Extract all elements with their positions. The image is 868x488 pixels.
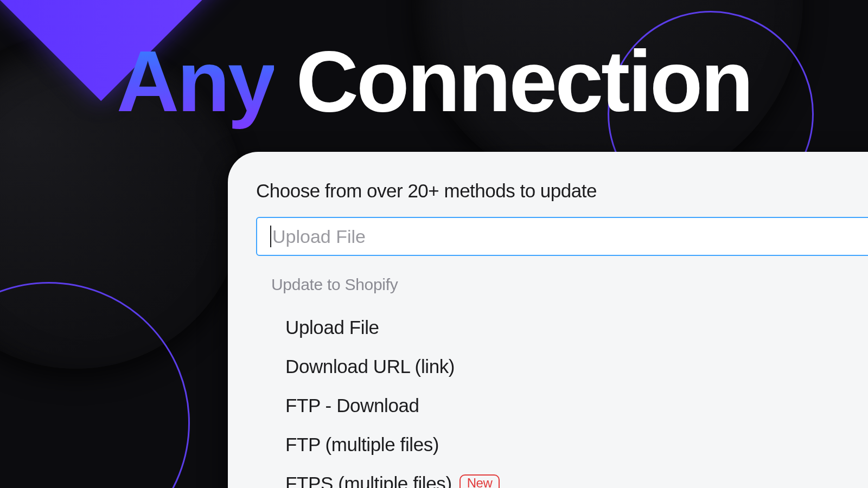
headline-word-any: Any [117, 33, 274, 130]
method-option-label: FTP (multiple files) [285, 434, 439, 455]
method-option-label: Download URL (link) [285, 356, 455, 377]
method-option-list: Upload File Download URL (link) FTP - Do… [256, 308, 868, 488]
promo-stage: Any Connection Choose from over 20+ meth… [0, 0, 868, 488]
headline-word-connection: Connection [296, 33, 751, 130]
method-option-label: Upload File [285, 317, 379, 338]
text-caret-icon [270, 226, 271, 247]
new-badge: New [459, 474, 500, 488]
method-option-ftp-download[interactable]: FTP - Download [256, 386, 868, 425]
method-option-ftps-multiple[interactable]: FTPS (multiple files) New [256, 464, 868, 488]
headline: Any Connection [0, 38, 868, 125]
method-option-label: FTPS (multiple files) [285, 473, 452, 488]
option-group-label: Update to Shopify [271, 275, 868, 294]
method-search-input[interactable]: Upload File [256, 217, 868, 256]
method-option-download-url[interactable]: Download URL (link) [256, 347, 868, 386]
card-prompt: Choose from over 20+ methods to update [256, 180, 868, 202]
method-picker-card: Choose from over 20+ methods to update U… [228, 152, 868, 488]
method-option-upload-file[interactable]: Upload File [256, 308, 868, 347]
method-option-ftp-multiple[interactable]: FTP (multiple files) [256, 425, 868, 464]
method-search-placeholder: Upload File [272, 226, 366, 247]
method-option-label: FTP - Download [285, 395, 419, 416]
